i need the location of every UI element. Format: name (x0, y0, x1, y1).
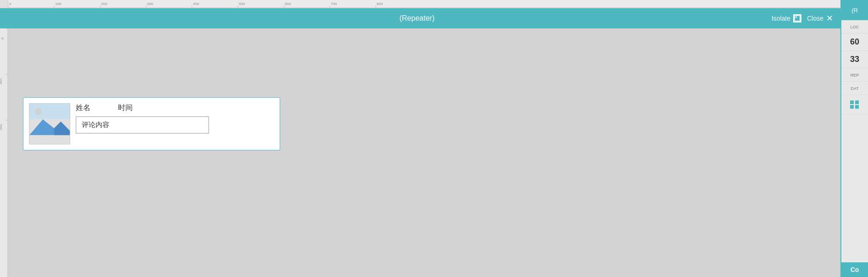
isolate-label: Isolate (772, 15, 790, 22)
loc-label: LOC (843, 25, 866, 29)
svg-text:800: 800 (377, 2, 383, 6)
svg-text:400: 400 (193, 2, 199, 6)
card-component: 姓名 时间 评论内容 (23, 97, 280, 150)
svg-text:200: 200 (0, 124, 2, 130)
sidebar-item-33[interactable]: 33 (841, 51, 868, 68)
ruler-top: 0 100 200 300 400 500 600 700 80 (0, 0, 840, 8)
card-content: 姓名 时间 评论内容 (76, 103, 274, 133)
svg-text:200: 200 (101, 2, 107, 6)
svg-text:500: 500 (239, 2, 245, 6)
close-icon: ✕ (826, 14, 833, 22)
dat-label: DAT (843, 86, 866, 91)
sidebar-item-60[interactable]: 60 (841, 33, 868, 51)
svg-text:100: 100 (55, 2, 62, 6)
canvas-area: 0 100 200 (0, 28, 840, 277)
sidebar-title-stub: (R (841, 0, 868, 20)
left-ruler: 0 100 200 (0, 28, 8, 277)
sidebar-item-grid[interactable] (841, 95, 868, 115)
ruler-top-svg: 0 100 200 300 400 500 600 700 80 (8, 0, 840, 8)
number-60: 60 (843, 37, 866, 47)
svg-text:0: 0 (0, 37, 5, 39)
sidebar-item-rep[interactable]: REP (841, 68, 868, 82)
isolate-button[interactable]: Isolate (772, 14, 801, 22)
co-button[interactable]: Co (841, 262, 868, 277)
svg-text:0: 0 (9, 2, 11, 6)
close-button[interactable]: Close ✕ (807, 14, 833, 22)
card-image-svg (29, 104, 70, 144)
ruler-left-svg: 0 100 200 (0, 28, 8, 277)
svg-text:600: 600 (285, 2, 291, 6)
right-sidebar: (R LOC 60 33 REP DAT Co (840, 0, 868, 277)
grid-icon (850, 100, 859, 109)
title-bar: (Repeater) Isolate Close ✕ (0, 8, 840, 28)
svg-rect-19 (795, 16, 800, 21)
sidebar-item-dat[interactable]: DAT (841, 82, 868, 95)
comment-box: 评论内容 (76, 116, 209, 133)
sidebar-item-loc[interactable]: LOC (841, 20, 868, 33)
svg-text:700: 700 (331, 2, 337, 6)
close-label: Close (807, 15, 823, 22)
rep-label: REP (843, 73, 866, 78)
svg-text:100: 100 (0, 78, 2, 84)
isolate-icon (793, 14, 801, 22)
comment-text: 评论内容 (82, 121, 109, 128)
time-label: 时间 (118, 103, 133, 113)
svg-point-31 (35, 108, 42, 116)
card-image (29, 103, 70, 144)
svg-text:300: 300 (147, 2, 153, 6)
title-bar-controls: Isolate Close ✕ (772, 14, 833, 22)
sidebar-r-label: (R (851, 7, 858, 14)
number-33: 33 (843, 55, 866, 64)
repeater-title: (Repeater) (62, 14, 772, 22)
name-label: 姓名 (76, 103, 90, 113)
card-header: 姓名 时间 (76, 103, 274, 113)
main-area: 0 100 200 300 400 500 600 700 80 (0, 0, 840, 277)
